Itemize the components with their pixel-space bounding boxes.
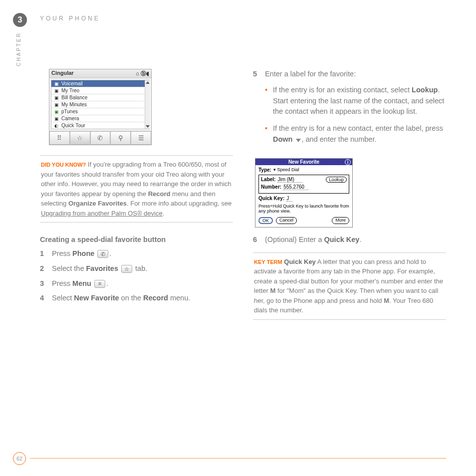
page-header-title: YOUR PHONE bbox=[40, 15, 100, 22]
footer-rule bbox=[30, 458, 446, 459]
callout-lead: KEY TERM bbox=[254, 259, 282, 265]
screenshot-new-favorite-dialog: New Favoritei Type: ▾ Speed Dial Label: … bbox=[255, 158, 353, 228]
quickkey-field: J bbox=[286, 196, 292, 202]
step-2: 2 Select the Favorites ☆ tab. bbox=[40, 263, 233, 274]
scrollbar bbox=[145, 80, 150, 129]
key-term-callout: KEY TERM Quick Key A letter that you can… bbox=[253, 252, 446, 320]
carrier-label: Cingular bbox=[51, 70, 74, 77]
tab-contacts: ⚲ bbox=[110, 131, 131, 145]
app-icon: ▣ bbox=[53, 95, 59, 100]
tab-list: ☰ bbox=[131, 131, 151, 145]
list-item: ▣ Voicemail 1 bbox=[51, 80, 149, 87]
app-icon: ◐ bbox=[53, 123, 59, 128]
number-field: 555.2760 bbox=[283, 184, 308, 190]
phone-button-icon: ✆ bbox=[97, 250, 108, 258]
app-icon: ▣ bbox=[53, 109, 59, 114]
app-icon: ▣ bbox=[53, 88, 59, 93]
callout-lead: DID YOU KNOW? bbox=[41, 162, 86, 168]
screenshot-favorites-list: Cingular ⌂ ⓑ◖ ▣ Voicemail 1 ▣My Treo ▣Bi… bbox=[49, 69, 152, 145]
step-1: 1 Press Phone ✆. bbox=[40, 248, 233, 259]
bullet-new-contact: If the entry is for a new contact, enter… bbox=[265, 123, 446, 145]
right-column: 5 Enter a label for the favorite: If the… bbox=[253, 69, 446, 333]
ok-button: OK bbox=[258, 217, 273, 224]
key-term-name: Quick Key bbox=[284, 258, 316, 265]
app-icon: ▣ bbox=[53, 116, 59, 121]
bullet-lookup: If the entry is for an existing contact,… bbox=[265, 85, 446, 117]
chapter-number-badge: 3 bbox=[13, 13, 27, 27]
voicemail-icon: ▣ bbox=[53, 81, 59, 86]
did-you-know-callout: DID YOU KNOW? If you're upgrading from a… bbox=[40, 155, 233, 223]
tab-calls: ✆ bbox=[90, 131, 111, 145]
left-column: Cingular ⌂ ⓑ◖ ▣ Voicemail 1 ▣My Treo ▣Bi… bbox=[40, 69, 233, 333]
step-5: 5 Enter a label for the favorite: If the… bbox=[253, 69, 446, 151]
more-button: More bbox=[332, 217, 349, 224]
tab-dialpad: ⠿ bbox=[49, 131, 70, 145]
step-3: 3 Press Menu ≡. bbox=[40, 278, 233, 289]
app-icon: ▣ bbox=[53, 102, 59, 107]
list-item: ▣Camera bbox=[51, 115, 149, 122]
chapter-label: CHAPTER bbox=[16, 32, 21, 66]
tab-favorites: ☆ bbox=[70, 131, 90, 145]
section-heading: Creating a speed-dial favorite button bbox=[40, 236, 233, 243]
info-icon: i bbox=[345, 159, 351, 165]
list-item: ▣Bill Balance bbox=[51, 94, 149, 101]
status-icons: ⌂ ⓑ◖ bbox=[136, 70, 149, 77]
lookup-button: Lookup bbox=[326, 177, 347, 183]
list-item: ◐Quick Tour bbox=[51, 122, 149, 129]
type-dropdown: ▾ Speed Dial bbox=[273, 167, 299, 172]
menu-button-icon: ≡ bbox=[94, 280, 105, 288]
page-number: 62 bbox=[13, 452, 26, 465]
cancel-button: Cancel bbox=[276, 217, 297, 224]
down-arrow-icon bbox=[296, 139, 301, 142]
step-4: 4 Select New Favorite on the Record menu… bbox=[40, 293, 233, 304]
dialog-hint: Press+Hold Quick Key to launch favorite … bbox=[258, 204, 349, 215]
list-item: ▣My Minutes bbox=[51, 101, 149, 108]
step-6: 6 (Optional) Enter a Quick Key. bbox=[253, 235, 446, 245]
upgrade-link[interactable]: Upgrading from another Palm OS® device bbox=[41, 210, 163, 217]
favorites-star-icon: ☆ bbox=[121, 265, 132, 273]
label-field: Jim (M) bbox=[277, 177, 302, 183]
list-item: ▣pTunes bbox=[51, 108, 149, 115]
list-item: ▣My Treo bbox=[51, 87, 149, 94]
